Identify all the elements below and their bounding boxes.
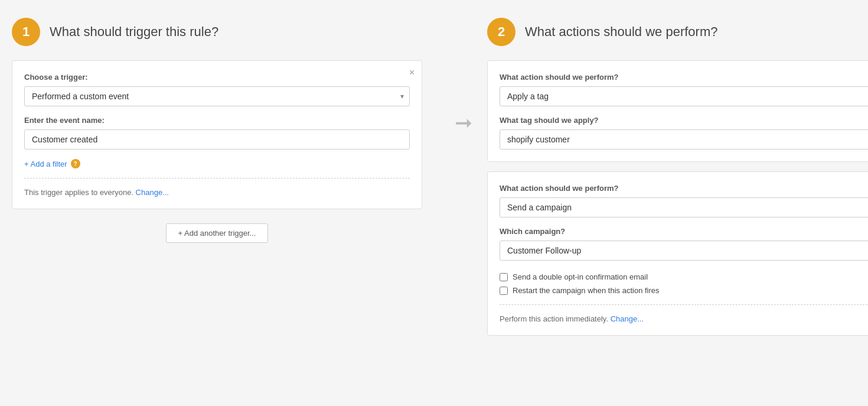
perform-change-link[interactable]: Change... <box>611 314 644 323</box>
trigger-select-wrapper: Performed a custom event Customer subscr… <box>24 86 410 106</box>
action2-what-label: What action should we perform? <box>500 184 868 193</box>
step1-title: What should trigger this rule? <box>50 24 218 40</box>
trigger-select[interactable]: Performed a custom event Customer subscr… <box>24 86 410 106</box>
arrow-connector: ➞ <box>446 18 481 345</box>
help-icon[interactable]: ? <box>71 159 80 168</box>
checkbox-1-row[interactable]: Send a double opt-in confirmation email <box>500 272 868 281</box>
step2-badge: 2 <box>487 18 515 46</box>
step2-header: 2 What actions should we perform? <box>487 18 868 46</box>
trigger-change-link[interactable]: Change... <box>136 188 169 197</box>
arrow-icon: ➞ <box>455 112 472 134</box>
double-optin-checkbox[interactable] <box>500 273 508 281</box>
step1-header: 1 What should trigger this rule? <box>12 18 422 46</box>
tag-label: What tag should we apply? <box>500 116 868 125</box>
action1-select-wrapper: Apply a tag Send a campaign Remove a tag… <box>500 86 868 106</box>
restart-campaign-checkbox[interactable] <box>500 287 508 295</box>
choose-trigger-label: Choose a trigger: <box>24 73 410 82</box>
campaign-label: Which campaign? <box>500 227 868 236</box>
campaign-select-wrapper: Customer Follow-up Welcome Series Re-eng… <box>500 241 868 261</box>
checkbox-1-label: Send a double opt-in confirmation email <box>513 272 648 281</box>
trigger-info: This trigger applies to everyone. Change… <box>24 188 410 197</box>
trigger-card: × Choose a trigger: Performed a custom e… <box>12 60 422 209</box>
action2-select[interactable]: Send a campaign Apply a tag Remove a tag… <box>500 197 868 217</box>
action1-select[interactable]: Apply a tag Send a campaign Remove a tag… <box>500 86 868 106</box>
add-trigger-container: + Add another trigger... <box>12 223 422 243</box>
event-name-input[interactable] <box>24 129 410 150</box>
add-trigger-button[interactable]: + Add another trigger... <box>166 223 269 243</box>
checkbox-2-label: Restart the campaign when this action fi… <box>513 286 660 295</box>
add-filter-link[interactable]: + Add a filter <box>24 160 67 168</box>
checkbox-group: Send a double opt-in confirmation email … <box>500 272 868 295</box>
action-card-1: × What action should we perform? Apply a… <box>487 60 868 162</box>
tag-input[interactable] <box>500 129 868 150</box>
action2-divider <box>500 304 868 305</box>
event-name-label: Enter the event name: <box>24 116 410 125</box>
action1-what-label: What action should we perform? <box>500 73 868 82</box>
left-panel: 1 What should trigger this rule? × Choos… <box>12 18 446 345</box>
campaign-select-row: Customer Follow-up Welcome Series Re-eng… <box>500 241 868 261</box>
trigger-card-close[interactable]: × <box>409 68 415 77</box>
add-filter-row: + Add a filter ? <box>24 159 410 168</box>
action2-select-wrapper: Send a campaign Apply a tag Remove a tag… <box>500 197 868 217</box>
step1-badge: 1 <box>12 18 40 46</box>
checkbox-2-row[interactable]: Restart the campaign when this action fi… <box>500 286 868 295</box>
right-panel: 2 What actions should we perform? × What… <box>481 18 868 345</box>
action-card-2: × What action should we perform? Send a … <box>487 171 868 336</box>
card-divider <box>24 178 410 178</box>
step2-title: What actions should we perform? <box>525 24 718 40</box>
campaign-select[interactable]: Customer Follow-up Welcome Series Re-eng… <box>500 241 868 261</box>
perform-info: Perform this action immediately. Change.… <box>500 314 868 323</box>
